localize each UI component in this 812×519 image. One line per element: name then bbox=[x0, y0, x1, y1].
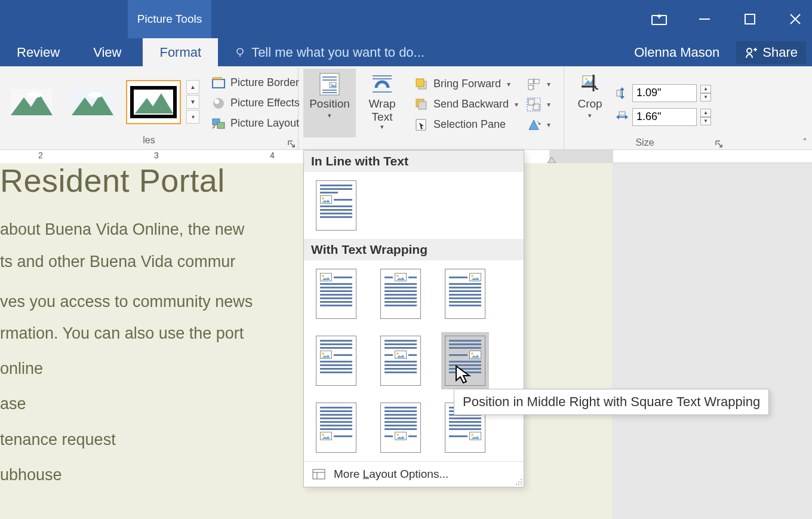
tell-me-search[interactable]: Tell me what you want to do... bbox=[235, 38, 425, 66]
dialog-launcher-icon[interactable] bbox=[715, 140, 723, 148]
tab-label: Format bbox=[159, 45, 201, 60]
width-field[interactable]: ▲▼ bbox=[616, 108, 711, 126]
tab-review[interactable]: Review bbox=[0, 38, 76, 66]
picture-style-option[interactable] bbox=[5, 81, 59, 124]
svg-marker-70 bbox=[456, 366, 469, 383]
svg-marker-57 bbox=[616, 115, 619, 119]
gallery-down-icon[interactable]: ▼ bbox=[186, 95, 199, 109]
group-arrange: Position ▾ WrapText ▾ Bring Forward▾ bbox=[299, 66, 564, 149]
rotate-icon bbox=[527, 118, 541, 132]
crop-button[interactable]: Crop ▾ bbox=[569, 69, 611, 137]
tooltip: Position in Middle Right with Square Tex… bbox=[454, 389, 769, 415]
bring-forward-icon bbox=[414, 77, 429, 91]
picture-layout-button[interactable]: Picture Layout▾ bbox=[208, 115, 313, 132]
picture-layout-icon bbox=[211, 116, 226, 131]
group-objects-button[interactable]: ▾ bbox=[525, 96, 552, 113]
position-middle-center[interactable] bbox=[380, 336, 421, 386]
picture-style-option-selected[interactable] bbox=[127, 81, 180, 124]
svg-point-5 bbox=[237, 48, 243, 54]
svg-marker-47 bbox=[529, 120, 539, 130]
gallery-more-icon[interactable]: ▾ bbox=[186, 110, 199, 124]
share-label: Share bbox=[762, 45, 798, 60]
width-icon bbox=[616, 110, 629, 124]
menu-section-header: With Text Wrapping bbox=[304, 239, 524, 260]
spinner-up-icon[interactable]: ▲ bbox=[700, 85, 711, 93]
picture-border-icon bbox=[211, 76, 226, 90]
ribbon-label: Wrap bbox=[368, 97, 395, 110]
svg-rect-59 bbox=[619, 112, 625, 115]
close-icon[interactable] bbox=[783, 7, 807, 31]
page-gutter bbox=[612, 163, 812, 519]
more-layout-options[interactable]: More Layout Options... bbox=[304, 461, 524, 487]
user-name[interactable]: Olenna Mason bbox=[634, 45, 719, 60]
wrap-text-icon bbox=[370, 72, 394, 96]
svg-rect-61 bbox=[313, 469, 325, 479]
right-indent-marker-icon[interactable] bbox=[548, 157, 556, 163]
position-top-left[interactable] bbox=[316, 269, 356, 319]
share-button[interactable]: Share bbox=[736, 41, 806, 64]
picture-style-gallery[interactable]: ▲ ▼ ▾ bbox=[5, 80, 199, 124]
ruler-number: 3 bbox=[154, 151, 159, 160]
group-icon bbox=[527, 97, 541, 112]
ribbon-label: Send Backward bbox=[433, 98, 509, 110]
svg-rect-42 bbox=[528, 85, 533, 90]
rotate-button[interactable]: ▾ bbox=[525, 116, 552, 133]
ribbon-label: Crop bbox=[577, 97, 602, 110]
svg-point-20 bbox=[213, 98, 224, 109]
svg-point-64 bbox=[521, 479, 522, 480]
ribbon: ▲ ▼ ▾ Picture Border▾ Picture Effects▾ P… bbox=[0, 66, 812, 150]
bring-forward-button[interactable]: Bring Forward▾ bbox=[411, 76, 522, 93]
svg-rect-40 bbox=[528, 79, 533, 84]
gallery-up-icon[interactable]: ▲ bbox=[186, 80, 199, 94]
spinner-up-icon[interactable]: ▲ bbox=[700, 109, 711, 117]
send-backward-button[interactable]: Send Backward▾ bbox=[411, 96, 522, 113]
position-dropdown: In Line with Text With Text Wrapping bbox=[303, 150, 524, 487]
ruler-number: 4 bbox=[270, 151, 275, 160]
maximize-icon[interactable] bbox=[738, 7, 762, 31]
spinner-down-icon[interactable]: ▼ bbox=[700, 93, 711, 102]
position-bottom-left[interactable] bbox=[316, 403, 356, 453]
group-label: Size bbox=[635, 137, 654, 148]
selection-pane-button[interactable]: Selection Pane bbox=[411, 116, 522, 133]
picture-border-button[interactable]: Picture Border▾ bbox=[208, 75, 313, 91]
svg-rect-2 bbox=[745, 14, 755, 24]
tab-label: View bbox=[93, 45, 121, 60]
height-input[interactable] bbox=[632, 84, 697, 102]
group-label: les bbox=[143, 135, 155, 145]
ribbon-label: Picture Border bbox=[230, 76, 299, 89]
align-button[interactable]: ▾ bbox=[525, 76, 552, 93]
mouse-cursor-icon bbox=[455, 365, 472, 385]
collapse-ribbon-icon[interactable]: ˄ bbox=[802, 137, 807, 148]
position-top-center[interactable] bbox=[380, 269, 421, 319]
position-inline[interactable] bbox=[316, 180, 356, 231]
width-input[interactable] bbox=[632, 108, 697, 126]
position-bottom-center[interactable] bbox=[380, 403, 421, 453]
ruler-number: 2 bbox=[38, 151, 43, 160]
minimize-icon[interactable] bbox=[693, 7, 716, 31]
send-backward-icon bbox=[414, 97, 429, 112]
position-icon bbox=[318, 72, 342, 96]
lightbulb-icon bbox=[235, 47, 245, 58]
tab-format[interactable]: Format bbox=[143, 38, 218, 66]
wrap-text-button[interactable]: WrapText ▾ bbox=[356, 69, 408, 137]
selection-pane-icon bbox=[414, 118, 429, 132]
svg-point-50 bbox=[585, 78, 588, 80]
ribbon-display-options-icon[interactable] bbox=[647, 7, 671, 31]
title-bar: Picture Tools bbox=[0, 0, 812, 38]
position-top-right[interactable] bbox=[445, 269, 485, 319]
group-picture-styles: ▲ ▼ ▾ Picture Border▾ Picture Effects▾ P… bbox=[0, 66, 299, 149]
svg-rect-36 bbox=[416, 79, 424, 87]
window-controls bbox=[647, 0, 807, 38]
ribbon-label: Picture Layout bbox=[230, 117, 299, 130]
svg-point-15 bbox=[88, 92, 103, 98]
position-middle-left[interactable] bbox=[316, 336, 356, 386]
resize-grip-icon[interactable] bbox=[515, 478, 522, 486]
picture-style-option[interactable] bbox=[66, 81, 119, 124]
tab-view[interactable]: View bbox=[76, 38, 138, 66]
picture-effects-button[interactable]: Picture Effects▾ bbox=[208, 95, 313, 112]
dialog-launcher-icon[interactable] bbox=[287, 140, 296, 148]
height-field[interactable]: ▲▼ bbox=[616, 84, 711, 102]
position-button[interactable]: Position ▾ bbox=[303, 69, 356, 137]
svg-rect-23 bbox=[217, 122, 224, 128]
spinner-down-icon[interactable]: ▼ bbox=[700, 117, 711, 125]
